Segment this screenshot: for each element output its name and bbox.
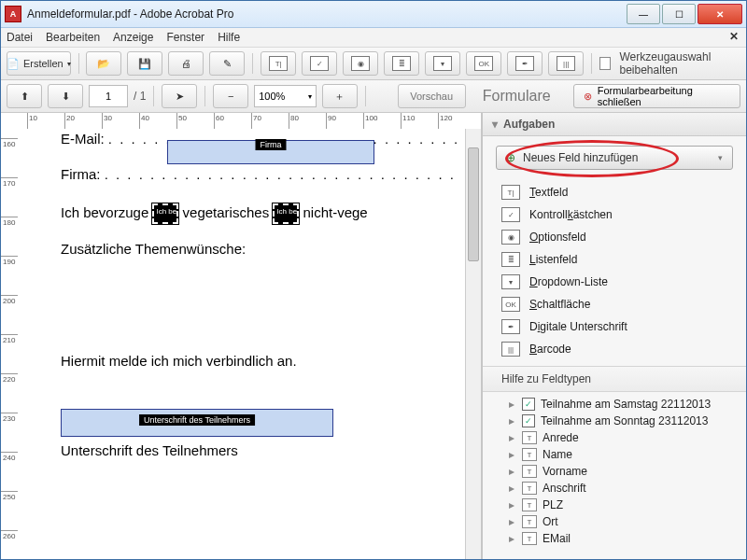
field-types-help[interactable]: Hilfe zu Feldtypen (483, 366, 746, 392)
field-type-item[interactable]: ▾Dropdown-Liste (483, 271, 746, 293)
horizontal-ruler: 102030405060708090100110120 (18, 113, 481, 130)
radio-tool[interactable]: ◉ (343, 51, 378, 76)
themen-label: Zusätzliche Themenwünsche: (61, 241, 246, 257)
preview-button[interactable]: Vorschau (398, 84, 466, 108)
field-type-label: Textfeld (529, 186, 568, 199)
maximize-button[interactable]: ☐ (662, 4, 696, 24)
select-tool[interactable]: ➤ (162, 84, 197, 108)
save-icon: 💾 (138, 58, 151, 70)
signature-tool[interactable]: ✒ (507, 51, 543, 76)
field-type-item[interactable]: |||Barcode (483, 338, 746, 360)
checkbox-tool[interactable]: ✓ (302, 51, 337, 76)
list-tool[interactable]: ≣ (384, 51, 419, 76)
form-fields-tree[interactable]: ▸✓Teilnahme am Samstag 22112013▸✓Teilnah… (483, 392, 746, 560)
tree-item[interactable]: ▸TVorname (490, 463, 739, 480)
tree-item[interactable]: ▸TPLZ (490, 497, 739, 513)
signature-label: Unterschrift des Teilnehmers (61, 442, 238, 458)
page-up-button[interactable]: ⬆ (7, 84, 42, 108)
tree-expand-icon: ▸ (509, 515, 514, 528)
field-type-item[interactable]: T|Textfeld (483, 181, 746, 203)
field-type-icon: ◉ (501, 230, 520, 245)
field-type-item[interactable]: ✓Kontrollkästchen (483, 203, 746, 226)
tree-expand-icon: ▸ (509, 482, 514, 495)
field-type-item[interactable]: ✒Digitale Unterschrift (483, 315, 746, 338)
textfield-field-icon: T (522, 515, 537, 528)
field-type-icon: T| (501, 185, 520, 200)
list-icon: ≣ (392, 56, 411, 71)
field-type-item[interactable]: ◉Optionsfeld (483, 226, 746, 248)
toolbar-nav: ⬆ ⬇ 1 / 1 ➤ − 100%▾ ＋ Vorschau Formulare… (1, 80, 746, 113)
dropdown-tool[interactable]: ▾ (425, 51, 460, 76)
tree-item[interactable]: ▸✓Teilnahme am Sonntag 23112013 (490, 413, 739, 429)
create-pdf-icon: 📄 (7, 58, 20, 70)
binding-text: Hiermit melde ich mich verbindlich an. (61, 353, 297, 369)
tree-item[interactable]: ▸✓Teilnahme am Samstag 22112013 (490, 396, 739, 413)
menu-bearbeiten[interactable]: Bearbeiten (46, 31, 100, 44)
tree-item-label: PLZ (543, 498, 563, 511)
pdf-page: E-Mail: . . . . . . . . . . . . . . . . … (18, 129, 481, 560)
menubar-close-icon[interactable]: ✕ (729, 30, 739, 43)
close-form-editing-button[interactable]: ⊗ Formularbearbeitung schließen (573, 84, 740, 108)
form-field-firma[interactable]: Firma (167, 140, 374, 164)
collapse-icon: ▾ (492, 118, 498, 131)
keep-tool-label: Werkzeugauswahl beibehalten (620, 50, 741, 77)
title-bar: A Anmeldeformular.pdf - Adobe Acrobat Pr… (1, 1, 746, 28)
field-type-item[interactable]: ≣Listenfeld (483, 248, 746, 271)
tasks-panel-header[interactable]: ▾Aufgaben (483, 113, 746, 136)
toolbar-main: 📄 Erstellen ▾ 📂 💾 🖨 ✎ T| ✓ ◉ ≣ ▾ OK ✒ ||… (1, 48, 746, 80)
minimize-button[interactable]: — (627, 4, 660, 24)
window-title: Anmeldeformular.pdf - Adobe Acrobat Pro (27, 7, 627, 21)
barcode-icon: ||| (557, 56, 575, 71)
radio-vegetarian[interactable]: Ich be (152, 203, 178, 224)
textfield-tool[interactable]: T| (261, 51, 296, 76)
textfield-field-icon: T (522, 532, 537, 545)
tree-item-label: Ort (543, 515, 558, 528)
field-type-icon: ✓ (501, 207, 520, 222)
print-icon: 🖨 (181, 58, 191, 69)
tree-item[interactable]: ▸TAnrede (490, 429, 739, 446)
document-area[interactable]: 102030405060708090100110120 160170180190… (1, 113, 482, 560)
radio-nonvegetarian[interactable]: Ich be (273, 203, 299, 224)
edit-icon: ✎ (223, 58, 232, 70)
textfield-icon: T| (269, 56, 288, 71)
form-field-signature[interactable]: Unterschrift des Teilnehmers (61, 409, 333, 437)
edit-fields-button[interactable]: ✎ (209, 51, 245, 76)
print-button[interactable]: 🖨 (168, 51, 204, 76)
dropdown-icon: ▾ (433, 56, 452, 71)
scrollbar-thumb[interactable] (468, 147, 479, 261)
chevron-down-icon: ▾ (67, 60, 71, 68)
field-type-label: Digitale Unterschrift (529, 320, 627, 333)
save-button[interactable]: 💾 (127, 51, 162, 76)
menu-hilfe[interactable]: Hilfe (218, 31, 240, 44)
keep-tool-checkbox[interactable] (599, 57, 611, 70)
button-tool[interactable]: OK (466, 51, 501, 76)
chevron-down-icon: ▾ (718, 153, 723, 162)
create-button[interactable]: 📄 Erstellen ▾ (7, 51, 71, 76)
tree-item[interactable]: ▸TEMail (490, 530, 739, 547)
field-type-icon: ✒ (501, 319, 520, 334)
tree-item-label: Teilnahme am Samstag 22112013 (541, 398, 711, 411)
add-new-field-button[interactable]: ⊕ Neues Feld hinzufügen ▾ (496, 146, 733, 170)
barcode-tool[interactable]: ||| (548, 51, 584, 76)
open-button[interactable]: 📂 (86, 51, 121, 76)
field-type-item[interactable]: OKSchaltfläche (483, 293, 746, 315)
tree-expand-icon: ▸ (509, 532, 514, 545)
zoom-out-button[interactable]: − (213, 84, 248, 108)
zoom-in-button[interactable]: ＋ (322, 84, 358, 108)
menu-anzeige[interactable]: Anzeige (113, 31, 153, 44)
tree-item[interactable]: ▸TName (490, 446, 739, 463)
field-type-label: Dropdown-Liste (529, 275, 608, 288)
menu-datei[interactable]: Datei (7, 31, 33, 44)
page-down-button[interactable]: ⬇ (48, 84, 83, 108)
tree-item[interactable]: ▸TAnschrift (490, 480, 739, 497)
tree-item[interactable]: ▸TOrt (490, 513, 739, 530)
folder-open-icon: 📂 (97, 58, 110, 70)
textfield-field-icon: T (522, 482, 537, 495)
doc-vertical-scrollbar[interactable] (465, 129, 481, 560)
zoom-input[interactable]: 100%▾ (254, 85, 316, 107)
page-total: 1 (140, 90, 147, 103)
checkbox-icon: ✓ (310, 56, 329, 71)
page-number-input[interactable]: 1 (89, 85, 128, 107)
menu-fenster[interactable]: Fenster (166, 31, 204, 44)
close-button[interactable]: ✕ (698, 4, 742, 24)
